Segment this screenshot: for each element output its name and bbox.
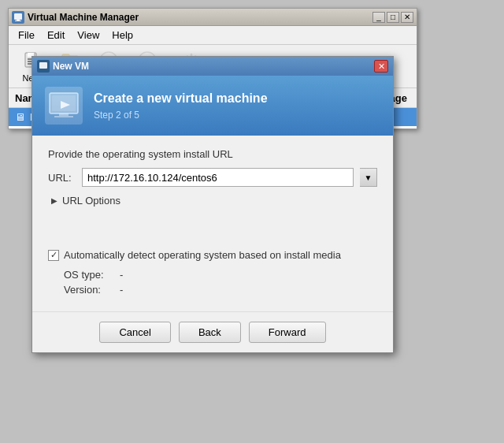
modal-header-title: Create a new virtual machine — [94, 91, 268, 106]
modal-header-text: Create a new virtual machine Step 2 of 5 — [94, 91, 268, 121]
auto-detect-label: Automatically detect operating system ba… — [64, 249, 341, 261]
version-value: - — [120, 284, 123, 296]
modal-overlay: New VM ✕ Create a new vi — [9, 9, 417, 128]
os-type-value: - — [120, 269, 123, 281]
modal-title-bar: New VM ✕ — [32, 57, 393, 76]
version-row: Version: - — [64, 284, 377, 296]
url-row: URL: ▼ — [48, 168, 377, 187]
svg-rect-24 — [54, 116, 73, 117]
modal-header: Create a new virtual machine Step 2 of 5 — [32, 76, 393, 136]
url-options-row: ▶ URL Options — [48, 195, 377, 207]
url-label: URL: — [48, 172, 76, 184]
url-options-label[interactable]: URL Options — [62, 195, 120, 207]
svg-rect-23 — [59, 114, 69, 116]
version-label: Version: — [64, 284, 115, 296]
modal-footer: Cancel Back Forward — [32, 311, 393, 352]
back-button[interactable]: Back — [179, 322, 241, 343]
section-label: Provide the operating system install URL — [48, 148, 377, 160]
forward-button[interactable]: Forward — [249, 322, 326, 343]
modal-title: New VM — [53, 61, 89, 72]
auto-detect-row: Automatically detect operating system ba… — [48, 249, 377, 261]
expand-triangle-icon[interactable]: ▶ — [51, 196, 57, 205]
modal-icon — [37, 60, 50, 73]
url-dropdown-button[interactable]: ▼ — [360, 168, 377, 187]
main-window: Virtual Machine Manager _ □ ✕ File Edit … — [8, 8, 417, 129]
os-info: OS type: - Version: - — [48, 269, 377, 296]
svg-rect-20 — [39, 62, 47, 69]
modal-window: New VM ✕ Create a new vi — [32, 56, 394, 353]
os-type-label: OS type: — [64, 269, 115, 281]
os-type-row: OS type: - — [64, 269, 377, 281]
spacer — [48, 218, 377, 249]
modal-step-text: Step 2 of 5 — [94, 110, 139, 121]
url-input[interactable] — [82, 168, 354, 187]
cancel-button[interactable]: Cancel — [99, 322, 170, 343]
auto-detect-checkbox[interactable] — [48, 250, 59, 261]
vm-header-icon — [45, 87, 83, 125]
modal-title-left: New VM — [37, 60, 89, 73]
modal-close-button[interactable]: ✕ — [374, 60, 388, 73]
modal-body: Provide the operating system install URL… — [32, 136, 393, 311]
